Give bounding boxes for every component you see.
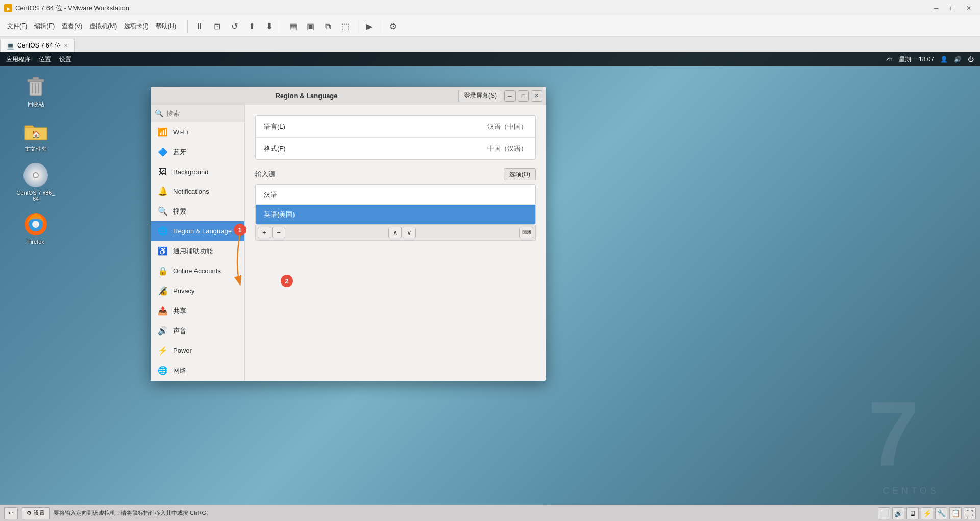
input-source-english[interactable]: 英语(美国) (256, 205, 535, 224)
desktop: ▶ CentOS 7 64 位 - VMware Workstation ─ □… (0, 0, 980, 521)
dialog-region-title: Region & Language (275, 92, 337, 100)
language-label: 语言(L) (264, 122, 487, 131)
sidebar-network-label: 网络 (173, 366, 186, 375)
sidebar-item-power[interactable]: ⚡ Power (151, 341, 244, 361)
format-row[interactable]: 格式(F) 中国（汉语） (256, 138, 535, 159)
desktop-icon-home[interactable]: 🏠 主文件夹 (15, 119, 56, 153)
settings-taskbar-label: 设置 (34, 509, 45, 517)
sidebar-item-background[interactable]: 🖼 Background (151, 162, 244, 181)
taskbar-icon-4[interactable]: ⚡ (921, 507, 933, 519)
background-icon: 🖼 (158, 167, 168, 176)
toolbar-btn-4[interactable]: ⬆ (244, 19, 259, 34)
go-back-button[interactable]: ↩ (4, 507, 18, 519)
input-source-header: 输入源 选项(O) (255, 168, 536, 180)
taskbar-icon-2[interactable]: 🔊 (892, 507, 904, 519)
online-accounts-icon: 🔒 (158, 266, 168, 276)
sidebar-item-notifications[interactable]: 🔔 Notifications (151, 181, 244, 201)
menu-help[interactable]: 帮助(H) (153, 20, 180, 33)
taskbar-notice: 要将输入定向到该虚拟机，请将鼠标指针移入其中或按 Ctrl+G。 (54, 509, 874, 517)
toolbar-separator-4 (381, 20, 381, 33)
move-up-button[interactable]: ∧ (388, 227, 402, 238)
taskbar-icon-3[interactable]: 🖥 (906, 507, 919, 519)
menu-tab[interactable]: 选项卡(I) (121, 20, 151, 33)
dialog-maximize-button[interactable]: □ (518, 90, 529, 102)
desktop-icon-firefox[interactable]: Firefox (15, 212, 56, 245)
view-btn-2[interactable]: ▣ (303, 19, 318, 34)
taskbar-icon-7[interactable]: ⛶ (964, 507, 976, 519)
sidebar-item-wifi[interactable]: 📶 Wi-Fi (151, 122, 244, 142)
close-button[interactable]: ✕ (962, 3, 976, 14)
language-row[interactable]: 语言(L) 汉语（中国） (256, 116, 535, 138)
view-btn-3[interactable]: ⧉ (320, 19, 335, 34)
svg-rect-4 (33, 77, 39, 80)
gnome-location[interactable]: 位置 (39, 55, 51, 64)
settings-search-input[interactable] (166, 110, 240, 117)
toolbar-btn-3[interactable]: ↺ (227, 19, 242, 34)
view-btn-4[interactable]: ⬚ (337, 19, 353, 34)
menu-edit[interactable]: 编辑(E) (31, 20, 58, 33)
menu-view[interactable]: 查看(V) (59, 20, 85, 33)
sidebar-item-search[interactable]: 🔍 搜索 (151, 201, 244, 221)
add-input-button[interactable]: + (258, 227, 271, 238)
sidebar-item-bluetooth[interactable]: 🔷 蓝牙 (151, 142, 244, 162)
notifications-icon: 🔔 (158, 186, 168, 196)
menu-vm[interactable]: 虚拟机(M) (86, 20, 120, 33)
settings-button[interactable]: ⚙ (385, 19, 401, 34)
sidebar-wifi-label: Wi-Fi (173, 128, 188, 136)
gnome-apps[interactable]: 应用程序 (6, 55, 31, 64)
toolbar-separator-3 (357, 20, 357, 33)
sidebar-item-region[interactable]: 🌐 Region & Language (151, 221, 244, 241)
taskbar-icon-6[interactable]: 📋 (949, 507, 962, 519)
desktop-icons: 回收站 🏠 主文件夹 CentOS 7 x86_64 (15, 74, 56, 245)
pause-button[interactable]: ⏸ (192, 19, 207, 34)
sidebar-sound-label: 声音 (173, 326, 186, 336)
toolbar-separator-2 (281, 20, 281, 33)
sidebar-item-online-accounts[interactable]: 🔒 Online Accounts (151, 261, 244, 281)
gnome-settings[interactable]: 设置 (59, 55, 71, 64)
sidebar-item-accessibility[interactable]: ♿ 通用辅助功能 (151, 241, 244, 261)
move-down-button[interactable]: ∨ (403, 227, 416, 238)
cd-icon-label: CentOS 7 x86_64 (15, 190, 56, 202)
settings-content: 语言(L) 汉语（中国） 格式(F) 中国（汉语） 输入源 选项(O) (245, 105, 546, 381)
region-icon: 🌐 (158, 226, 168, 236)
vm-tab[interactable]: 💻 CentOS 7 64 位 ✕ (0, 39, 75, 52)
toolbar-btn-2[interactable]: ⊡ (209, 19, 225, 34)
taskbar-icon-1[interactable]: ⬜ (878, 507, 890, 519)
view-btn-1[interactable]: ▤ (285, 19, 301, 34)
dialog-title-center: Region & Language (155, 92, 458, 100)
sidebar-item-sharing[interactable]: 📤 共享 (151, 301, 244, 321)
menu-file[interactable]: 文件(F) (4, 20, 30, 33)
bluetooth-icon: 🔷 (158, 147, 168, 157)
minimize-button[interactable]: ─ (929, 3, 943, 14)
svg-text:🏠: 🏠 (32, 130, 41, 139)
centos-watermark-text: CENTOS (883, 486, 939, 496)
language-format-box: 语言(L) 汉语（中国） 格式(F) 中国（汉语） (255, 115, 536, 160)
desktop-icon-trash[interactable]: 回收站 (15, 74, 56, 108)
desktop-icon-cd[interactable]: CentOS 7 x86_64 (15, 163, 56, 202)
remove-input-button[interactable]: − (272, 227, 285, 238)
settings-taskbar-button[interactable]: ⚙ 设置 (22, 507, 50, 519)
language-value: 汉语（中国） (487, 122, 527, 131)
vmware-toolbar: 文件(F) 编辑(E) 查看(V) 虚拟机(M) 选项卡(I) 帮助(H) ⏸ … (0, 16, 980, 37)
sidebar-notifications-label: Notifications (173, 187, 209, 195)
sidebar-item-privacy[interactable]: 🔏 Privacy (151, 281, 244, 301)
taskbar-icon-5[interactable]: 🔧 (935, 507, 947, 519)
vm-tab-icon: 💻 (7, 42, 14, 50)
input-source-section: 输入源 选项(O) 汉语 英语(美国) + − ∧ ∨ (255, 168, 536, 241)
toolbar-btn-5[interactable]: ⬇ (261, 19, 277, 34)
toolbar-separator (187, 20, 188, 33)
maximize-button[interactable]: □ (945, 3, 960, 14)
gnome-datetime: 星期一 18:07 (899, 55, 934, 64)
dialog-close-button[interactable]: ✕ (531, 90, 542, 102)
keyboard-button[interactable]: ⌨ (519, 227, 533, 238)
dialog-minimize-button[interactable]: ─ (504, 90, 516, 102)
vm-tab-close[interactable]: ✕ (64, 43, 68, 49)
login-screen-button[interactable]: 登录屏幕(S) (458, 90, 502, 102)
sidebar-item-network[interactable]: 🌐 网络 (151, 361, 244, 381)
sidebar-item-sound[interactable]: 🔊 声音 (151, 321, 244, 341)
settings-sidebar: 🔍 📶 Wi-Fi 🔷 蓝牙 🖼 Background 🔔 (151, 105, 245, 381)
home-folder-label: 主文件夹 (24, 145, 47, 153)
input-source-hanyu[interactable]: 汉语 (256, 185, 535, 205)
console-button[interactable]: ▶ (361, 19, 377, 34)
options-button[interactable]: 选项(O) (504, 168, 536, 180)
